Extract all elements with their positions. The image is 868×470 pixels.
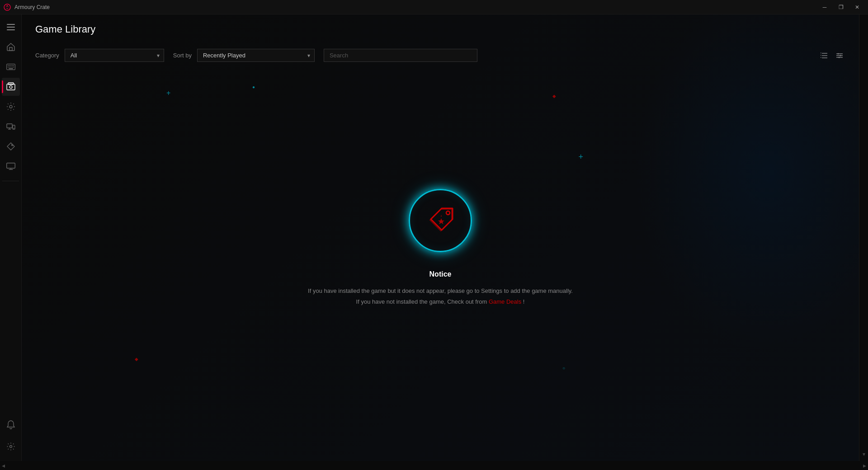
svg-point-21: [9, 86, 12, 89]
sidebar-divider: [2, 181, 19, 181]
category-select-wrapper: All Action RPG Strategy Sports: [65, 49, 164, 62]
notice-line1: If you have installed the game but it do…: [308, 287, 573, 294]
deco-diamond-1: ◆: [552, 94, 556, 99]
sidebar-icon-settings2[interactable]: [2, 437, 20, 456]
svg-point-43: [840, 55, 841, 56]
sidebar-icon-home[interactable]: [2, 38, 20, 56]
view-icons: [818, 50, 845, 61]
minimize-button[interactable]: ─: [817, 3, 832, 12]
scroll-down-arrow[interactable]: ▾: [863, 451, 865, 457]
svg-rect-38: [821, 57, 821, 58]
close-button[interactable]: ✕: [850, 3, 864, 12]
sidebar-icon-menu[interactable]: [2, 18, 20, 36]
notice-line2-end: !: [521, 298, 524, 305]
svg-point-44: [839, 56, 840, 58]
right-scrollbar[interactable]: ▾: [859, 14, 868, 461]
sidebar-bottom: [2, 416, 20, 457]
game-deals-link[interactable]: Game Deals: [489, 298, 521, 305]
svg-rect-4: [7, 27, 15, 28]
svg-point-22: [9, 105, 12, 108]
deco-circle-1: ○: [562, 366, 565, 371]
sidebar-icon-devices[interactable]: [2, 118, 20, 136]
content-area: Game Library Category All Action RPG Str…: [22, 14, 859, 461]
sidebar-icon-deals[interactable]: [2, 137, 20, 155]
app-logo-icon: [4, 4, 11, 11]
deco-dot-1: ●: [252, 85, 255, 89]
notice-text: If you have installed the game but it do…: [308, 286, 573, 307]
sortby-filter-group: Sort by Recently Played Alphabetical Mos…: [173, 49, 315, 62]
scroll-right-arrow[interactable]: ▸: [863, 462, 866, 469]
empty-state: + ● ◆ + ◆ ○ Notice I: [35, 80, 845, 452]
empty-state-icon: [409, 189, 472, 252]
app-title: Armoury Crate: [14, 4, 50, 10]
maximize-button[interactable]: ❐: [834, 3, 848, 12]
filter-bar: Category All Action RPG Strategy Sports …: [35, 49, 845, 62]
sidebar-icon-display[interactable]: [2, 157, 20, 175]
title-bar-controls: ─ ❐ ✕: [817, 3, 864, 12]
sortby-select[interactable]: Recently Played Alphabetical Most Played…: [197, 49, 315, 62]
category-select[interactable]: All Action RPG Strategy Sports: [65, 49, 164, 62]
notice-title: Notice: [429, 270, 452, 278]
svg-point-42: [838, 53, 839, 54]
sidebar-icon-settings1[interactable]: [2, 98, 20, 116]
main-layout: Game Library Category All Action RPG Str…: [0, 14, 868, 461]
category-filter-group: Category All Action RPG Strategy Sports: [35, 49, 164, 62]
svg-rect-5: [7, 29, 15, 30]
bottom-bar: ◂ ▸: [0, 461, 868, 470]
list-view-button[interactable]: [818, 50, 830, 61]
deco-cross-1: +: [166, 89, 170, 97]
price-tag-icon: [425, 205, 456, 236]
sidebar-icon-notifications[interactable]: [2, 416, 20, 434]
svg-rect-29: [6, 163, 15, 169]
svg-rect-6: [9, 47, 12, 51]
filter-options-button[interactable]: [834, 50, 845, 61]
svg-rect-23: [7, 124, 12, 128]
sidebar: [0, 14, 22, 461]
category-label: Category: [35, 52, 59, 59]
sidebar-icon-keyboard[interactable]: [2, 58, 20, 76]
svg-rect-20: [8, 83, 14, 85]
search-input[interactable]: [324, 49, 477, 62]
svg-rect-3: [7, 24, 15, 25]
deco-cross-2: +: [578, 152, 583, 162]
svg-rect-37: [821, 55, 821, 56]
deco-diamond-2: ◆: [135, 357, 138, 362]
sortby-select-wrapper: Recently Played Alphabetical Most Played…: [197, 49, 315, 62]
title-bar: Armoury Crate ─ ❐ ✕: [0, 0, 868, 14]
scroll-left-arrow[interactable]: ◂: [2, 462, 5, 469]
svg-marker-1: [6, 5, 9, 7]
page-title: Game Library: [35, 24, 845, 35]
svg-rect-19: [7, 84, 15, 90]
svg-rect-36: [821, 52, 821, 53]
sortby-label: Sort by: [173, 52, 192, 59]
sidebar-icon-game-library[interactable]: [2, 78, 20, 96]
svg-marker-2: [6, 8, 9, 9]
title-bar-left: Armoury Crate: [4, 4, 50, 11]
svg-point-45: [446, 211, 450, 215]
svg-point-32: [9, 446, 12, 448]
notice-line2-start: If you have not installed the game, Chec…: [356, 298, 489, 305]
svg-point-28: [11, 145, 13, 146]
